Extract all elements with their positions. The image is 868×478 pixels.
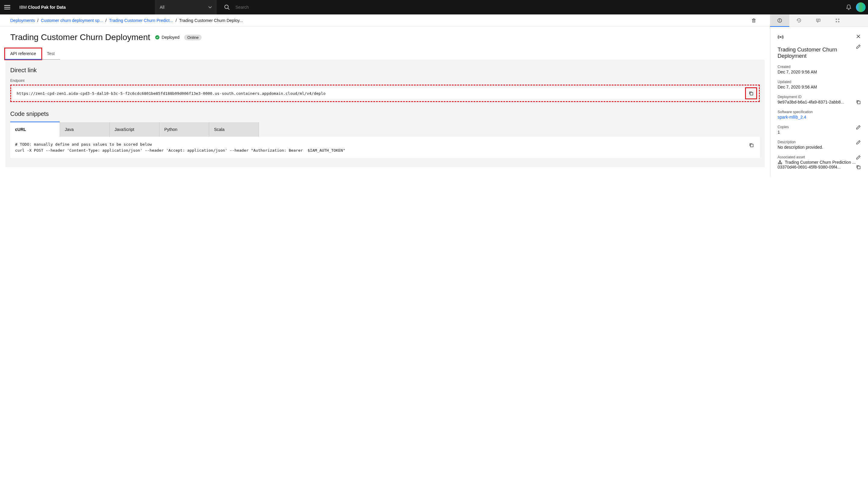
breadcrumb-link[interactable]: Deployments	[10, 18, 35, 23]
search-icon[interactable]	[223, 0, 231, 14]
notifications-icon[interactable]	[841, 0, 856, 14]
code-tab-javascript[interactable]: JavaScript	[110, 122, 159, 137]
close-icon	[856, 34, 861, 39]
breadcrumb-separator: /	[176, 18, 177, 23]
updated-value: Dec 7, 2020 9:56 AM	[778, 84, 861, 90]
edit-icon	[856, 155, 861, 160]
svg-point-26	[779, 161, 781, 162]
code-tab-curl[interactable]: cURL	[10, 122, 60, 137]
copy-icon	[749, 91, 753, 96]
status: Deployed	[155, 35, 179, 40]
edit-icon	[856, 44, 861, 49]
code-tab-java[interactable]: Java	[60, 122, 110, 137]
brand-bold: Cloud Pak for Data	[28, 5, 66, 10]
endpoint-value[interactable]: https://zen1-cpd-zen1.aida-cpd3-5-dal10-…	[13, 88, 745, 99]
code-snippets-heading: Code snippets	[10, 110, 760, 117]
copy-icon	[856, 165, 861, 169]
panel-tabs	[770, 14, 868, 27]
search-area	[223, 0, 296, 14]
title-row: Trading Customer Churn Deployment Deploy…	[0, 27, 770, 45]
svg-rect-32	[858, 166, 860, 169]
edit-description-button[interactable]	[856, 140, 861, 145]
panel-tab-comments[interactable]	[809, 14, 828, 27]
svg-line-29	[779, 162, 780, 163]
svg-rect-0	[4, 5, 10, 6]
svg-rect-2	[4, 9, 10, 9]
updated-label: Updated	[778, 80, 861, 84]
code-text: # TODO: manually define and pass values …	[15, 142, 345, 152]
svg-rect-12	[750, 144, 753, 147]
direct-link-heading: Direct link	[10, 67, 760, 74]
svg-point-3	[225, 5, 228, 9]
breadcrumb-row: Deployments / Customer churn deployment …	[0, 14, 770, 27]
copy-deployment-id-button[interactable]	[856, 100, 861, 104]
svg-point-21	[838, 21, 839, 22]
close-panel-button[interactable]	[856, 34, 861, 39]
search-input[interactable]	[236, 5, 296, 10]
breadcrumb-separator: /	[105, 18, 107, 23]
copy-asset-id-button[interactable]	[856, 165, 861, 169]
copies-label: Copies	[778, 125, 789, 129]
chevron-down-icon	[208, 6, 212, 8]
main-tabs: API reference Test	[0, 45, 770, 60]
edit-asset-button[interactable]	[856, 155, 861, 160]
breadcrumb-current: Trading Customer Churn Deploy...	[179, 18, 243, 23]
copy-code-button[interactable]	[745, 139, 757, 151]
panel-title: Trading Customer Churn Deployment	[778, 47, 856, 59]
code-tab-python[interactable]: Python	[159, 122, 209, 137]
code-tabs: cURL Java JavaScript Python Scala	[10, 122, 760, 137]
panel-tab-history[interactable]	[789, 14, 809, 27]
asset-id-value: 03370d46-0691-45f8-9380-09f4...	[778, 165, 854, 169]
asset-name[interactable]: Trading Customer Churn Prediction ...	[785, 160, 861, 165]
brand: IBM Cloud Pak for Data	[14, 5, 70, 10]
broadcast-icon	[778, 34, 784, 40]
svg-point-20	[836, 21, 837, 22]
asset-label: Associated asset	[778, 155, 805, 159]
svg-rect-25	[858, 101, 860, 104]
svg-line-30	[780, 162, 781, 163]
breadcrumb-link[interactable]: Trading Customer Churn Predict...	[109, 18, 173, 23]
avatar[interactable]	[856, 2, 866, 12]
tab-test[interactable]: Test	[41, 48, 60, 60]
svg-point-22	[780, 37, 781, 38]
svg-rect-5	[752, 19, 755, 22]
created-label: Created	[778, 65, 861, 69]
created-value: Dec 7, 2020 9:56 AM	[778, 70, 861, 74]
scope-dropdown-label: All	[160, 5, 164, 10]
panel-tab-info[interactable]	[770, 14, 789, 27]
svg-point-19	[838, 19, 839, 20]
tab-api-reference[interactable]: API reference	[5, 48, 41, 60]
svg-point-28	[781, 163, 782, 164]
edit-copies-button[interactable]	[856, 125, 861, 130]
edit-icon	[856, 125, 861, 130]
svg-point-27	[778, 163, 779, 164]
online-badge: Online	[184, 35, 202, 40]
topbar-right	[841, 0, 868, 14]
endpoint-label: Endpoint	[10, 78, 760, 83]
svg-rect-1	[4, 7, 10, 7]
model-icon	[778, 160, 782, 165]
copy-icon	[856, 100, 861, 104]
svg-line-4	[228, 8, 229, 10]
delete-icon[interactable]	[748, 14, 760, 27]
grid-icon	[835, 18, 840, 23]
panel-tab-related[interactable]	[828, 14, 847, 27]
breadcrumb: Deployments / Customer churn deployment …	[10, 18, 748, 23]
content-area: Direct link Endpoint https://zen1-cpd-ze…	[5, 60, 765, 167]
edit-title-button[interactable]	[856, 44, 861, 49]
softspec-link[interactable]: spark-mllib_2.4	[778, 115, 861, 120]
copy-endpoint-button[interactable]	[745, 87, 757, 99]
menu-icon[interactable]	[0, 0, 14, 14]
copies-value: 1	[778, 130, 861, 135]
brand-prefix: IBM	[19, 5, 28, 10]
scope-dropdown[interactable]: All	[155, 0, 217, 14]
edit-icon	[856, 140, 861, 145]
svg-point-15	[779, 19, 780, 20]
deployment-id-value: 9e97a3bd-b6a1-4fa9-8371-2abb8...	[778, 100, 854, 104]
code-tab-scala[interactable]: Scala	[209, 122, 259, 137]
info-icon	[777, 18, 782, 23]
status-label: Deployed	[161, 35, 179, 40]
breadcrumb-link[interactable]: Customer churn deployment sp...	[41, 18, 103, 23]
topbar: IBM Cloud Pak for Data All	[0, 0, 868, 14]
page-title: Trading Customer Churn Deployment	[10, 33, 150, 42]
